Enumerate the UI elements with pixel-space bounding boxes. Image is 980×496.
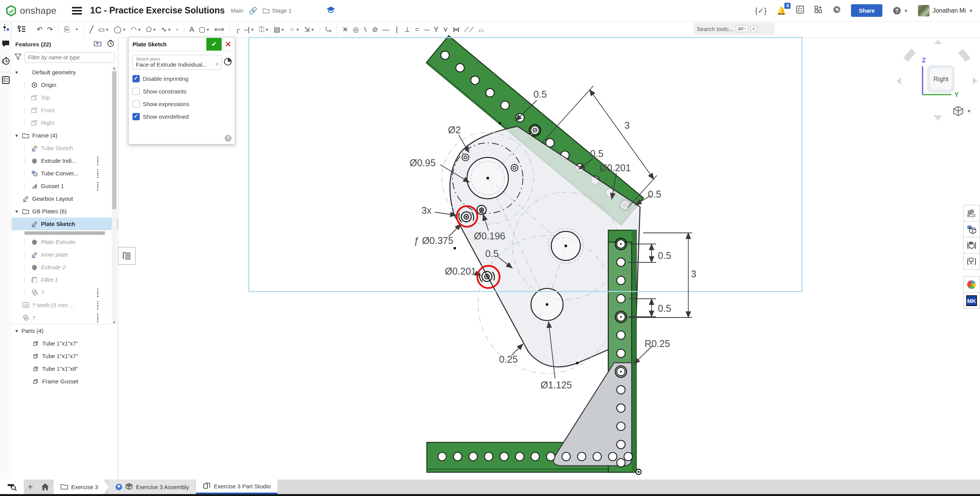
tree-item-default-geometry[interactable]: ▼Default geometry xyxy=(11,66,118,79)
drag-handle-icon[interactable]: ⋮⋮ xyxy=(95,289,101,296)
checkbox-show-overdefined[interactable]: Show overdefined xyxy=(132,113,231,120)
scrollbar-thumb[interactable] xyxy=(112,71,116,209)
new-tab-button[interactable]: + xyxy=(24,480,37,494)
checkbox-icon[interactable] xyxy=(132,100,140,108)
tree-scrollbar[interactable]: ▲ ▼ xyxy=(112,66,117,325)
dimension-label[interactable]: 3 xyxy=(624,120,630,131)
plane-icon xyxy=(30,95,39,100)
partstudio-icon xyxy=(203,482,211,490)
new-folder-icon[interactable] xyxy=(94,40,101,48)
dimension-label[interactable]: 0.5 xyxy=(485,248,499,259)
part-item[interactable]: Tube 1"x1"x7" xyxy=(11,337,118,350)
sketch-endpoint[interactable] xyxy=(636,469,641,475)
parts-header[interactable]: ▼ Parts (4) xyxy=(11,324,118,337)
z-axis-label: Z xyxy=(922,57,926,64)
checkbox-icon[interactable] xyxy=(132,88,140,95)
tree-item-gusset-1[interactable]: Gusset 1⋮⋮ xyxy=(11,180,118,192)
plane-icon xyxy=(30,120,39,126)
tree-item-tube-sketch[interactable]: Tube Sketch xyxy=(11,142,118,154)
sketch-plane-field[interactable]: Sketch plane Face of Extrude Individual.… xyxy=(132,55,222,70)
tab-exercise-3-assembly[interactable]: Exercise 3 Assembly xyxy=(109,480,196,494)
dimension-label[interactable]: Ø0.201 xyxy=(599,162,631,173)
tree-item-extrude-indi[interactable]: Extrude Indi...⋮⋮ xyxy=(11,154,118,167)
cylinder-icon xyxy=(30,290,39,296)
chevron-down-icon[interactable]: ▼ xyxy=(15,133,21,138)
pinwheel-app-icon[interactable] xyxy=(963,276,980,293)
tree-item-right[interactable]: Right xyxy=(11,116,118,129)
dimension-label[interactable]: Ø0.196 xyxy=(474,231,505,241)
drag-handle-icon[interactable]: ⋮⋮ xyxy=(95,182,101,190)
search-tabs-button[interactable] xyxy=(0,480,24,494)
dimension-label[interactable]: Ø0.201 xyxy=(445,266,476,277)
accept-button[interactable]: ✔ xyxy=(206,38,222,51)
drag-handle-icon[interactable]: ⋮⋮ xyxy=(95,157,101,165)
rollback-history-icon[interactable] xyxy=(107,40,114,49)
drag-handle-icon[interactable]: ⋮⋮ xyxy=(95,301,101,309)
tree-item-tube-conver[interactable]: Tube Conver...⋮⋮ xyxy=(11,167,118,180)
part-item[interactable]: Frame Gusset xyxy=(11,375,118,388)
right-rail: x MK xyxy=(963,205,980,309)
configurations-icon[interactable]: x xyxy=(963,253,980,270)
home-tab-button[interactable] xyxy=(37,480,54,494)
feature-list-flyout-button[interactable] xyxy=(118,247,136,265)
part-item[interactable]: Tube 1"x1"x8" xyxy=(11,362,118,375)
tree-item-origin[interactable]: Origin xyxy=(11,79,118,91)
tree-item-gearbox-layout[interactable]: Gearbox Layout xyxy=(11,192,118,205)
dialog-help-icon[interactable]: ? xyxy=(225,135,232,142)
tree-item-plate-sketch[interactable]: Plate Sketch xyxy=(11,218,118,230)
display-states-icon[interactable] xyxy=(963,237,980,254)
drag-handle-icon[interactable]: ⋮⋮ xyxy=(95,170,101,177)
clear-selection-icon[interactable]: ✕ xyxy=(215,61,219,67)
part-item[interactable]: Tube 1"x1"x7" xyxy=(11,350,118,362)
tree-item-gb-plates-6[interactable]: ▼GB Plates (6) xyxy=(11,205,118,218)
rollback-bar[interactable] xyxy=(11,230,118,236)
checkbox-icon[interactable] xyxy=(132,113,140,120)
dimension-label[interactable]: R0.25 xyxy=(645,338,670,349)
dimension-label[interactable]: 0.5 xyxy=(658,250,671,261)
filter-input[interactable] xyxy=(24,52,115,63)
tab-exercise-3-part-studio[interactable]: Exercise 3 Part Studio xyxy=(196,480,277,494)
view-options-menu[interactable]: ▼ xyxy=(952,106,971,116)
cancel-button[interactable]: ✕ xyxy=(222,38,235,51)
sketch-icon xyxy=(30,252,39,258)
dimension-label[interactable]: 0.5 xyxy=(534,89,547,100)
dimension-label[interactable]: Ø1.125 xyxy=(541,380,572,390)
tab-exercise-3[interactable]: Exercise 3 xyxy=(54,480,109,494)
tree-item-[interactable]: ?⋮⋮ xyxy=(11,286,118,299)
tree-item-top[interactable]: Top xyxy=(11,91,118,104)
checkbox-icon[interactable] xyxy=(132,75,140,82)
final-state-toggle-icon[interactable] xyxy=(224,57,232,67)
chevron-down-icon[interactable]: ▼ xyxy=(15,70,21,75)
mk-app-icon[interactable]: MK xyxy=(963,292,980,309)
dimension-label[interactable]: Ø0.95 xyxy=(410,157,436,168)
tree-item-fillet-1[interactable]: Fillet 1 xyxy=(11,273,118,286)
dimension-label[interactable]: 0.25 xyxy=(499,354,518,365)
tree-item-[interactable]: ?⋮⋮ xyxy=(11,311,118,324)
checkbox-show-expressions[interactable]: Show expressions xyxy=(132,100,231,108)
dimension-label[interactable]: ƒ Ø0.375 xyxy=(414,235,454,246)
checkbox-disable-imprinting[interactable]: Disable imprinting xyxy=(132,75,231,82)
dimension-label[interactable]: Ø2 xyxy=(448,124,461,135)
scroll-down-icon[interactable]: ▼ xyxy=(112,321,117,324)
tree-item-inner-plate[interactable]: Inner plate xyxy=(11,248,118,261)
frame-gusset[interactable] xyxy=(554,363,632,466)
checkbox-show-constraints[interactable]: Show constraints xyxy=(132,88,231,95)
dimension-label[interactable]: 3 xyxy=(691,268,696,279)
chevron-down-icon[interactable]: ▼ xyxy=(15,209,21,214)
appearance-panel-icon[interactable] xyxy=(963,205,980,221)
tree-item-front[interactable]: Front xyxy=(11,104,118,116)
named-views-icon[interactable] xyxy=(963,221,980,237)
part-icon xyxy=(31,366,40,372)
y-axis-label: Y xyxy=(954,91,959,98)
dimension-label[interactable]: 0.5 xyxy=(590,148,604,159)
scroll-up-icon[interactable]: ▲ xyxy=(112,66,117,70)
dimension-label[interactable]: 0.5 xyxy=(648,189,662,200)
dimension-label[interactable]: 3x xyxy=(421,205,432,216)
tree-item-extrude-2[interactable]: Extrude 2 xyxy=(11,261,118,273)
tree-item-teeth-5-mm[interactable]: CB? teeth (5 mm ...⋮⋮ xyxy=(11,299,118,311)
view-face-label: Right xyxy=(933,75,949,83)
dimension-label[interactable]: 0.5 xyxy=(658,303,671,314)
tree-item-plate-extrude[interactable]: Plate Extrude xyxy=(11,236,118,248)
drag-handle-icon[interactable]: ⋮⋮ xyxy=(95,314,101,322)
tree-item-frame-4[interactable]: ▼Frame (4) xyxy=(11,129,118,142)
